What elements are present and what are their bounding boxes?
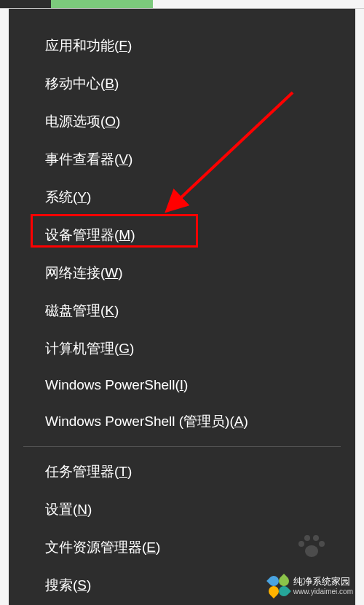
watermark-url: www.yidaimei.com bbox=[293, 588, 353, 596]
menu-item-settings[interactable]: 设置(N) bbox=[9, 491, 355, 529]
menu-item-mobility-center[interactable]: 移动中心(B) bbox=[9, 65, 355, 103]
menu-item-label: 任务管理器 bbox=[45, 464, 114, 479]
menu-item-computer-management[interactable]: 计算机管理(G) bbox=[9, 330, 355, 368]
menu-item-apps-features[interactable]: 应用和功能(F) bbox=[9, 27, 355, 65]
menu-item-label: 文件资源管理器 bbox=[45, 539, 142, 555]
hotkey: K bbox=[105, 303, 114, 318]
hotkey: E bbox=[146, 539, 156, 555]
hotkey: W bbox=[105, 265, 118, 280]
winx-menu-panel: 应用和功能(F) 移动中心(B) 电源选项(O) 事件查看器(V) 系统(Y) … bbox=[9, 9, 355, 605]
menu-item-system[interactable]: 系统(Y) bbox=[9, 178, 355, 216]
menu-item-disk-management[interactable]: 磁盘管理(K) bbox=[9, 292, 355, 330]
menu-item-device-manager[interactable]: 设备管理器(M) bbox=[9, 216, 355, 254]
menu-item-network-connections[interactable]: 网络连接(W) bbox=[9, 254, 355, 292]
watermark-text: 纯净系统家园 www.yidaimei.com bbox=[293, 576, 353, 596]
hotkey: Y bbox=[77, 189, 87, 205]
menu-item-label: 设置 bbox=[45, 502, 73, 517]
menu-item-label: 计算机管理 bbox=[45, 341, 114, 356]
watermark-title: 纯净系统家园 bbox=[293, 576, 353, 588]
menu-item-label: 磁盘管理 bbox=[45, 303, 100, 318]
hotkey: N bbox=[77, 502, 87, 517]
paw-watermark-icon bbox=[297, 532, 326, 561]
hotkey: G bbox=[119, 341, 130, 356]
menu-item-label: 网络连接 bbox=[45, 265, 100, 280]
hotkey: B bbox=[105, 76, 114, 91]
menu-item-task-manager[interactable]: 任务管理器(T) bbox=[9, 453, 355, 491]
menu-item-label: 电源选项 bbox=[45, 114, 100, 129]
menu-item-label: 移动中心 bbox=[45, 76, 100, 91]
hotkey: A bbox=[234, 414, 244, 429]
menu-item-label: Windows PowerShell (管理员) bbox=[45, 414, 229, 429]
watermark: 纯净系统家园 www.yidaimei.com bbox=[269, 576, 353, 596]
menu-item-event-viewer[interactable]: 事件查看器(V) bbox=[9, 141, 355, 178]
hotkey: M bbox=[119, 227, 130, 242]
hotkey: O bbox=[105, 114, 116, 129]
menu-item-powershell[interactable]: Windows PowerShell(I) bbox=[9, 368, 355, 403]
menu-item-label: 系统 bbox=[45, 189, 73, 205]
menu-item-label: 事件查看器 bbox=[45, 151, 114, 167]
top-green-accent bbox=[51, 0, 153, 8]
menu-item-powershell-admin[interactable]: Windows PowerShell (管理员)(A) bbox=[9, 403, 355, 440]
menu-separator bbox=[23, 446, 341, 447]
hotkey: S bbox=[77, 577, 87, 593]
menu-item-label: 搜索 bbox=[45, 577, 73, 593]
hotkey: V bbox=[119, 151, 128, 167]
menu-item-label: Windows PowerShell bbox=[45, 377, 175, 392]
watermark-logo-icon bbox=[269, 576, 289, 596]
menu-item-power-options[interactable]: 电源选项(O) bbox=[9, 103, 355, 141]
hotkey: T bbox=[119, 464, 127, 479]
menu-item-label: 应用和功能 bbox=[45, 38, 114, 53]
hotkey: F bbox=[119, 38, 127, 53]
window-top-strip bbox=[0, 0, 364, 9]
menu-item-label: 设备管理器 bbox=[45, 227, 114, 242]
